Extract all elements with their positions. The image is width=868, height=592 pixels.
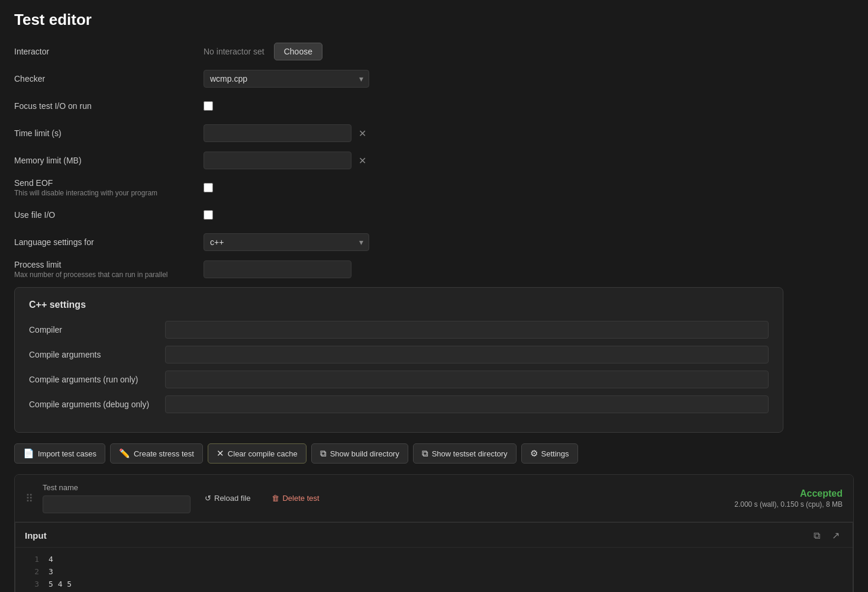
show-testset-directory-button[interactable]: ⧉ Show testset directory [413,443,517,464]
code-line: 35 4 5 [15,578,853,591]
compile-args-debug-row: Compile arguments (debug only) -O0 -D_GL… [29,395,769,413]
checker-select[interactable]: wcmp.cpp ncmp.cpp fcmp.cpp [204,70,369,88]
send-eof-label: Send EOF This will disable interacting w… [14,178,204,197]
test-panel: ⠿ Test name Test 1 ↺ Reload file 🗑 Delet… [14,474,854,592]
language-select-wrap: c++ python java [204,233,369,251]
memory-limit-label: Memory limit (MB) [14,156,204,165]
compile-args-debug-label: Compile arguments (debug only) [29,400,165,409]
checker-select-wrap: wcmp.cpp ncmp.cpp fcmp.cpp [204,70,369,88]
clear-icon: ✕ [217,448,224,459]
test-name-group: Test name Test 1 [43,483,191,513]
copy-input-button[interactable]: ⧉ [810,529,824,542]
line-content: 3 [49,566,53,578]
show-build-directory-button[interactable]: ⧉ Show build directory [311,443,408,464]
language-settings-label: Language settings for [14,237,204,247]
use-file-io-label: Use file I/O [14,210,204,220]
use-file-io-checkbox[interactable] [204,210,213,220]
input-header: Input ⧉ ↗ [15,523,853,548]
time-limit-label: Time limit (s) [14,128,204,138]
toolbar: 📄 Import test cases ✏️ Create stress tes… [14,443,854,464]
interactor-status: No interactor set [204,47,264,56]
compile-args-input[interactable]: -Wall -Wreorder -Wextra -pedantic -stdli… [165,346,769,363]
time-limit-clear-button[interactable]: ✕ [355,127,370,140]
reload-icon: ↺ [205,494,211,503]
code-line: 14 [15,554,853,566]
interactor-label: Interactor [14,47,204,56]
open-input-button[interactable]: ↗ [828,529,843,542]
language-select[interactable]: c++ python java [204,233,369,251]
focus-test-label: Focus test I/O on run [14,101,204,111]
language-settings-row: Language settings for c++ python java [14,233,854,252]
testset-folder-icon: ⧉ [422,448,428,459]
accepted-badge: Accepted [734,488,843,499]
drag-handle-icon[interactable]: ⠿ [25,492,33,505]
folder-open-icon: ⧉ [320,448,327,459]
reload-file-button[interactable]: ↺ Reload file [198,490,257,506]
create-stress-test-button[interactable]: ✏️ Create stress test [110,443,203,464]
compile-args-run-label: Compile arguments (run only) [29,375,165,384]
stress-test-icon: ✏️ [119,448,130,459]
process-limit-label: Process limit Max number of processes th… [14,260,204,279]
delete-icon: 🗑 [272,494,279,503]
compiler-row: Compiler clang++ [29,321,769,339]
line-number: 2 [22,566,39,578]
cpp-settings-title: C++ settings [29,300,769,310]
process-limit-input[interactable]: 1 [204,260,351,278]
compiler-input[interactable]: clang++ [165,321,769,339]
process-limit-row: Process limit Max number of processes th… [14,260,854,279]
test-name-row: ⠿ Test name Test 1 ↺ Reload file 🗑 Delet… [25,483,843,513]
send-eof-row: Send EOF This will disable interacting w… [14,178,854,197]
choose-button[interactable]: Choose [274,43,322,60]
clear-compile-cache-button[interactable]: ✕ Clear compile cache [208,443,306,464]
checker-row: Checker wcmp.cpp ncmp.cpp fcmp.cpp [14,69,854,88]
memory-limit-input[interactable]: 512 [204,152,351,169]
focus-test-checkbox[interactable] [204,101,213,111]
line-content: 5 4 5 [49,578,72,591]
import-icon: 📄 [23,448,34,459]
status-group: Accepted 2.000 s (wall), 0.150 s (cpu), … [734,488,843,509]
line-number: 1 [22,554,39,566]
input-panel: Input ⧉ ↗ 142335 4 54354 5 461073 3 3 4 … [15,522,853,592]
import-test-cases-button[interactable]: 📄 Import test cases [14,443,105,464]
input-actions: ⧉ ↗ [810,529,843,542]
line-content: 4 [49,554,53,566]
focus-test-row: Focus test I/O on run [14,96,854,115]
send-eof-checkbox[interactable] [204,183,213,192]
memory-limit-row: Memory limit (MB) 512 ✕ [14,151,854,170]
timing-details: 2.000 s (wall), 0.150 s (cpu), 8 MB [734,500,843,509]
compile-args-run-input[interactable]: -O2 [165,371,769,388]
settings-icon: ⚙ [530,448,538,459]
compile-args-label: Compile arguments [29,350,165,359]
test-name-section: ⠿ Test name Test 1 ↺ Reload file 🗑 Delet… [15,475,853,522]
compile-args-debug-input[interactable]: -O0 -D_GLIBCXX_DEBUG -D_GLIBCXX_DEBUG_PE… [165,395,769,413]
line-number: 3 [22,578,39,591]
code-area: 142335 4 54354 5 461073 3 3 4 1 2 3 5 48… [15,548,853,592]
code-line: 23 [15,566,853,578]
cpp-settings-panel: C++ settings Compiler clang++ Compile ar… [14,287,783,433]
test-name-input[interactable]: Test 1 [43,496,191,513]
use-file-io-row: Use file I/O [14,205,854,224]
time-limit-input[interactable]: 1 [204,124,351,142]
input-title: Input [25,530,47,540]
interactor-row: Interactor No interactor set Choose [14,42,854,61]
delete-test-button[interactable]: 🗑 Delete test [264,490,326,506]
compiler-label: Compiler [29,325,165,334]
page-title: Test editor [14,11,854,29]
compile-args-run-row: Compile arguments (run only) -O2 [29,371,769,388]
settings-button[interactable]: ⚙ Settings [521,443,578,464]
compile-args-row: Compile arguments -Wall -Wreorder -Wextr… [29,346,769,363]
checker-label: Checker [14,74,204,83]
time-limit-row: Time limit (s) 1 ✕ [14,124,854,143]
memory-limit-clear-button[interactable]: ✕ [355,154,370,168]
test-name-label: Test name [43,483,191,492]
